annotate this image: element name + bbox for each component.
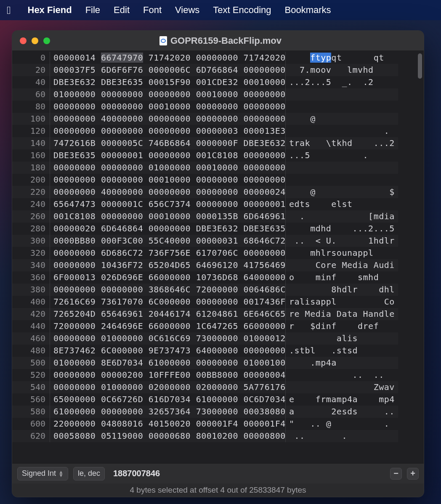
ascii-cell[interactable]: a 2esds .. bbox=[286, 406, 398, 418]
hex-cell[interactable]: 00000000 00000000 01000000 00010000 0000… bbox=[50, 162, 286, 174]
plus-button[interactable]: + bbox=[407, 468, 419, 480]
hex-row[interactable]: 40DBE3E632 DBE3E635 00015F90 001CDE32 00… bbox=[12, 76, 398, 88]
hex-row[interactable]: 40072616C69 73617070 6C000000 00000000 0… bbox=[12, 296, 398, 308]
hex-row[interactable]: 46000000000 01000000 0C616C69 73000000 0… bbox=[12, 332, 398, 345]
ascii-cell[interactable]: Zwav bbox=[286, 381, 398, 393]
hex-row[interactable]: 60022000000 04808016 40150020 000001F4 0… bbox=[12, 418, 398, 430]
hex-cell[interactable]: 61000000 00000000 32657364 73000000 0003… bbox=[50, 406, 286, 418]
hex-row[interactable]: 4207265204D 65646961 20446174 61204861 6… bbox=[12, 308, 398, 320]
hex-cell[interactable]: DBE3E635 00000001 00000000 001C8108 0000… bbox=[50, 149, 286, 162]
hex-cell[interactable]: 72000000 2464696E 66000000 1C647265 6600… bbox=[50, 320, 286, 332]
ascii-cell[interactable]: mhlrsounappl bbox=[286, 247, 398, 259]
ascii-cell[interactable]: ralisappl Co bbox=[286, 296, 398, 308]
hex-cell[interactable]: DBE3E632 DBE3E635 00015F90 001CDE32 0001… bbox=[50, 76, 286, 88]
menubar-file[interactable]: File bbox=[85, 5, 100, 16]
hex-cell[interactable]: 22000000 04808016 40150020 000001F4 0000… bbox=[50, 418, 286, 430]
hex-cell[interactable]: 0000BB80 000F3C00 55C40000 00000031 6864… bbox=[50, 235, 286, 247]
hex-row[interactable]: 34000000000 10436F72 65204D65 64696120 4… bbox=[12, 259, 398, 271]
hex-cell[interactable]: 7472616B 0000005C 746B6864 0000000F DBE3… bbox=[50, 137, 286, 149]
ascii-cell[interactable]: @ bbox=[286, 113, 398, 125]
hex-row[interactable]: 3606F000013 026D696E 66000000 10736D68 6… bbox=[12, 271, 398, 284]
menubar-font[interactable]: Font bbox=[143, 5, 162, 16]
hex-row[interactable]: 3000000BB80 000F3C00 55C40000 00000031 6… bbox=[12, 235, 398, 247]
hex-row[interactable]: 32000000000 6D686C72 736F756E 6170706C 0… bbox=[12, 247, 398, 259]
hex-row[interactable]: 56065000000 0C66726D 616D7034 61000000 0… bbox=[12, 393, 398, 406]
ascii-cell[interactable]: .mp4a bbox=[286, 357, 398, 369]
hex-cell[interactable]: 00000020 6D646864 00000000 DBE3E632 DBE3… bbox=[50, 223, 286, 235]
hex-row[interactable]: 20000037F5 6D6F6F76 0000006C 6D766864 00… bbox=[12, 64, 398, 76]
ascii-cell[interactable]: " .. @ . bbox=[286, 418, 398, 430]
hex-cell[interactable]: 00000000 01000000 0C616C69 73000000 0100… bbox=[50, 332, 286, 345]
close-button[interactable] bbox=[20, 37, 27, 44]
menubar-bookmarks[interactable]: Bookmarks bbox=[285, 5, 331, 16]
hex-cell[interactable]: 7265204D 65646961 20446174 61204861 6E64… bbox=[50, 308, 286, 320]
ascii-cell[interactable]: 7.moov lmvhd bbox=[286, 64, 398, 76]
apple-logo-icon[interactable]:  bbox=[7, 4, 11, 17]
ascii-cell[interactable]: alis bbox=[286, 332, 398, 345]
titlebar[interactable]: GOPR6159-BackFlip.mov bbox=[12, 31, 424, 51]
hex-row[interactable]: 28000000020 6D646864 00000000 DBE3E632 D… bbox=[12, 223, 398, 235]
ascii-cell[interactable]: Core Media Audi bbox=[286, 259, 398, 271]
hex-cell[interactable]: 00000000 40000000 00000000 00000000 0000… bbox=[50, 186, 286, 198]
hex-content[interactable]: 000000014 66747970 71742020 00000000 717… bbox=[12, 51, 424, 463]
hex-cell[interactable]: 00000000 00000000 00000000 00000003 0000… bbox=[50, 125, 286, 137]
hex-row[interactable]: 24065647473 0000001C 656C7374 00000000 0… bbox=[12, 198, 398, 210]
ascii-cell[interactable]: .. . bbox=[286, 430, 398, 442]
hex-cell[interactable]: 001C8108 00000000 00010000 0000135B 6D64… bbox=[50, 210, 286, 223]
ascii-cell[interactable] bbox=[286, 162, 398, 174]
hex-cell[interactable]: 00000000 40000000 00000000 00000000 0000… bbox=[50, 113, 286, 125]
scrollbar-thumb[interactable] bbox=[418, 53, 422, 79]
hex-row[interactable]: 50001000000 8E6D7034 61000000 00000000 0… bbox=[12, 357, 398, 369]
hex-row[interactable]: 54000000000 01000000 02000000 02000000 5… bbox=[12, 381, 398, 393]
hex-cell[interactable]: 01000000 00000000 00000000 00010000 0000… bbox=[50, 88, 286, 101]
hex-cell[interactable]: 000037F5 6D6F6F76 0000006C 6D766864 0000… bbox=[50, 64, 286, 76]
hex-row[interactable]: 12000000000 00000000 00000000 00000003 0… bbox=[12, 125, 398, 137]
hex-row[interactable]: 160DBE3E635 00000001 00000000 001C8108 0… bbox=[12, 149, 398, 162]
ascii-cell[interactable]: edts elst bbox=[286, 198, 398, 210]
ascii-cell[interactable]: .. < U. 1hdlr bbox=[286, 235, 398, 247]
hex-cell[interactable]: 65647473 0000001C 656C7374 00000000 0000… bbox=[50, 198, 286, 210]
ascii-cell[interactable]: ftypqt qt bbox=[286, 52, 398, 64]
minus-button[interactable]: − bbox=[390, 468, 402, 480]
ascii-cell[interactable]: .. .. bbox=[286, 369, 398, 381]
hex-row[interactable]: 52000000000 00000200 10FFFE00 00BB8000 0… bbox=[12, 369, 398, 381]
ascii-cell[interactable]: . bbox=[286, 125, 398, 137]
ascii-cell[interactable]: e frmamp4a mp4 bbox=[286, 393, 398, 406]
ascii-cell[interactable] bbox=[286, 88, 398, 101]
hex-cell[interactable]: 00000000 01000000 02000000 02000000 5A77… bbox=[50, 381, 286, 393]
hex-row[interactable]: 8000000000 00000000 00010000 00000000 00… bbox=[12, 101, 398, 113]
ascii-cell[interactable]: ...2...5 _. .2 bbox=[286, 76, 398, 88]
hex-cell[interactable]: 65000000 0C66726D 616D7034 61000000 0C6D… bbox=[50, 393, 286, 406]
hex-cell[interactable]: 6F000013 026D696E 66000000 10736D68 6400… bbox=[50, 271, 286, 284]
hex-cell[interactable]: 8E737462 6C000000 9E737473 64000000 0000… bbox=[50, 345, 286, 357]
hex-row[interactable]: 62000058080 05119000 00000680 80010200 0… bbox=[12, 430, 398, 442]
hex-cell[interactable]: 72616C69 73617070 6C000000 00000000 0017… bbox=[50, 296, 286, 308]
hex-cell[interactable]: 00000000 00000000 3868646C 72000000 0064… bbox=[50, 284, 286, 296]
endian-select[interactable]: le, dec bbox=[73, 467, 105, 480]
menubar-text-encoding[interactable]: Text Encoding bbox=[213, 5, 271, 16]
ascii-cell[interactable]: mdhd ...2...5 bbox=[286, 223, 398, 235]
inspector-value[interactable]: 1887007846 bbox=[110, 469, 160, 478]
menubar-edit[interactable]: Edit bbox=[114, 5, 130, 16]
ascii-cell[interactable]: @ $ bbox=[286, 186, 398, 198]
hex-row[interactable]: 10000000000 40000000 00000000 00000000 0… bbox=[12, 113, 398, 125]
hex-row[interactable]: 1407472616B 0000005C 746B6864 0000000F D… bbox=[12, 137, 398, 149]
ascii-cell[interactable]: trak \tkhd ...2 bbox=[286, 137, 398, 149]
hex-cell[interactable]: 00000000 00000000 00010000 00000000 0000… bbox=[50, 174, 286, 186]
ascii-cell[interactable] bbox=[286, 174, 398, 186]
data-type-select[interactable]: Signed Int ▲▼ bbox=[17, 467, 68, 480]
hex-row[interactable]: 38000000000 00000000 3868646C 72000000 0… bbox=[12, 284, 398, 296]
hex-row[interactable]: 4808E737462 6C000000 9E737473 64000000 0… bbox=[12, 345, 398, 357]
hex-cell[interactable]: 00058080 05119000 00000680 80010200 0000… bbox=[50, 430, 286, 442]
ascii-cell[interactable]: o minf smhd bbox=[286, 271, 398, 284]
hex-row[interactable]: 20000000000 00000000 00010000 00000000 0… bbox=[12, 174, 398, 186]
hex-row[interactable]: 000000014 66747970 71742020 00000000 717… bbox=[12, 52, 398, 64]
ascii-cell[interactable]: .stbl .stsd bbox=[286, 345, 398, 357]
hex-cell[interactable]: 00000000 00000000 00010000 00000000 0000… bbox=[50, 101, 286, 113]
hex-row[interactable]: 18000000000 00000000 01000000 00010000 0… bbox=[12, 162, 398, 174]
hex-row[interactable]: 22000000000 40000000 00000000 00000000 0… bbox=[12, 186, 398, 198]
ascii-cell[interactable]: r $dinf dref bbox=[286, 320, 398, 332]
minimize-button[interactable] bbox=[32, 37, 38, 44]
ascii-cell[interactable]: ...5 . bbox=[286, 149, 398, 162]
hex-row[interactable]: 58061000000 00000000 32657364 73000000 0… bbox=[12, 406, 398, 418]
